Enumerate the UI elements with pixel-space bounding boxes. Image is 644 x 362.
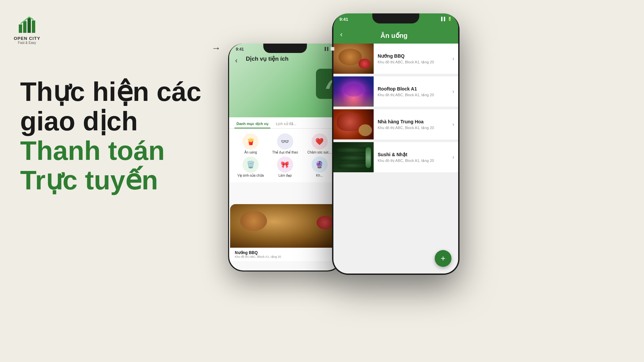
service-item-food[interactable]: 🍟 Ăn uống (234, 133, 267, 155)
item-name-chinese: Nhà hàng Trung Hoa (378, 119, 448, 124)
svg-rect-2 (28, 18, 31, 33)
phone-front-time: 9:41 (339, 17, 348, 22)
phone-back-food-card: Nướng BBQ Khu đô thị ABC, Block A1, tầng… (230, 204, 340, 269)
service-icon-sport: 👓 (277, 133, 293, 149)
service-label-other: Kh... (316, 174, 323, 177)
phone-back-screen: 9:41 ▌▌ ⬜ ‹ Dịch vụ tiện ích Danh mục dị… (229, 44, 341, 270)
item-info-bbq: Nướng BBQ Khu đô thị ABC, Block A1, tầng… (374, 50, 452, 68)
phone-back-food-info: Nướng BBQ Khu đô thị ABC, Block A1, tầng… (230, 248, 340, 261)
phone-front-title: Ăn uống (346, 32, 451, 40)
svg-rect-0 (19, 24, 22, 33)
list-item-sushi[interactable]: Sushi & Nhật Khu đô thị ABC, Block A1, t… (333, 142, 458, 172)
logo-subtitle: Fast & Easy (18, 41, 36, 45)
service-icon-food: 🍟 (243, 133, 259, 149)
phone-front-screen: ‹ Ăn uống Nướng BBQ Khu đô thị ABC, Bloc… (333, 13, 458, 274)
phone-back-time: 9:41 (236, 47, 244, 52)
hero-text: Thực hiện các giao dịch Thanh toán Trực … (20, 77, 228, 195)
list-item-bbq[interactable]: Nướng BBQ Khu đô thị ABC, Block A1, tầng… (333, 44, 458, 74)
item-name-sushi: Sushi & Nhật (378, 152, 448, 157)
item-name-bbq: Nướng BBQ (378, 53, 448, 59)
chevron-icon-sushi: › (452, 154, 458, 160)
svg-marker-4 (20, 16, 34, 24)
item-info-sushi: Sushi & Nhật Khu đô thị ABC, Block A1, t… (374, 148, 452, 166)
phone-front-status-icons: ▌▌ 🔋 (441, 17, 452, 22)
service-icon-clean: 🗑️ (243, 157, 259, 173)
item-address-rooftop: Khu đô thị ABC, Block A1, tầng 20 (378, 93, 448, 97)
phone-back-back-btn[interactable]: ‹ (235, 56, 237, 65)
service-label-sport: Thể dục-thể thao (272, 150, 298, 155)
phone-back-food-img (230, 204, 340, 248)
list-item-rooftop[interactable]: Rooftop Block A1 Khu đô thị ABC, Block A… (333, 76, 458, 107)
phone-back-tabs: Danh mục dịch vụ Lịch sử đặ... (229, 117, 341, 129)
service-icon-other: 🔮 (312, 157, 328, 173)
logo-icon (17, 14, 37, 35)
service-label-health: Chăm sóc sức... (308, 150, 332, 155)
service-item-other[interactable]: 🔮 Kh... (303, 157, 336, 178)
service-label-food: Ăn uống (244, 150, 257, 154)
arrow-icon: → (211, 43, 220, 54)
phone-back-tab-active[interactable]: Danh mục dịch vụ (234, 120, 270, 128)
phone-back-status-icons: ▌▌ ⬜ (325, 47, 334, 52)
phone-back-food-address: Khu đô thị ABC, Block A1, tầng 20 (235, 255, 335, 258)
phone-front-statusbar: 9:41 ▌▌ 🔋 (339, 17, 452, 22)
service-item-clean[interactable]: 🗑️ Vệ sinh-sửa chữa (234, 157, 267, 178)
item-info-rooftop: Rooftop Block A1 Khu đô thị ABC, Block A… (374, 83, 452, 101)
hero-line4: Trực tuyến (20, 166, 228, 195)
service-label-clean: Vệ sinh-sửa chữa (237, 174, 264, 178)
phone-front-list: Nướng BBQ Khu đô thị ABC, Block A1, tầng… (333, 44, 458, 274)
item-img-sushi (333, 142, 374, 172)
item-img-bbq (333, 44, 374, 74)
hero-line3: Thanh toán (20, 136, 228, 166)
service-icon-beauty: 🎀 (277, 157, 293, 173)
chevron-icon-bbq: › (452, 56, 458, 62)
logo: OPEN CITY Fast & Easy (14, 14, 40, 45)
logo-title: OPEN CITY (14, 36, 40, 41)
hero-line2: giao dịch (20, 107, 228, 136)
phone-back-screen-title: Dịch vụ tiện ích (246, 55, 288, 62)
chevron-icon-chinese: › (452, 121, 458, 127)
service-label-beauty: Làm đẹp (278, 174, 291, 177)
service-item-sport[interactable]: 👓 Thể dục-thể thao (269, 133, 302, 155)
phone-back: 9:41 ▌▌ ⬜ ‹ Dịch vụ tiện ích Danh mục dị… (228, 44, 342, 272)
phone-back-tab-inactive[interactable]: Lịch sử đặ... (274, 120, 299, 128)
item-address-bbq: Khu đô thị ABC, Block A1, tầng 20 (378, 60, 448, 64)
item-img-chinese (333, 109, 374, 139)
phone-back-top-area: ‹ Dịch vụ tiện ích (229, 44, 341, 117)
svg-rect-1 (23, 21, 26, 33)
service-item-beauty[interactable]: 🎀 Làm đẹp (269, 157, 302, 178)
phone-front-back-btn[interactable]: ‹ (340, 30, 342, 40)
service-icon-health: ❤️ (312, 133, 328, 149)
chevron-icon-rooftop: › (452, 88, 458, 95)
service-item-health[interactable]: ❤️ Chăm sóc sức... (303, 133, 336, 155)
item-info-chinese: Nhà hàng Trung Hoa Khu đô thị ABC, Block… (374, 116, 452, 133)
phone-back-food-name: Nướng BBQ (235, 250, 335, 255)
phone-back-services: 🍟 Ăn uống 👓 Thể dục-thể thao ❤️ Chăm sóc… (229, 129, 341, 182)
item-address-chinese: Khu đô thị ABC, Block A1, tầng 20 (378, 126, 448, 130)
list-item-chinese[interactable]: Nhà hàng Trung Hoa Khu đô thị ABC, Block… (333, 109, 458, 139)
phone-front: 9:41 ▌▌ 🔋 ‹ Ăn uống Nướng BBQ Khu đô thị… (332, 13, 460, 275)
phone-back-notch (263, 44, 307, 53)
fab-button[interactable]: + (435, 250, 451, 267)
svg-rect-3 (32, 20, 35, 33)
hero-line1: Thực hiện các (20, 77, 228, 107)
item-name-rooftop: Rooftop Block A1 (378, 86, 448, 92)
item-address-sushi: Khu đô thị ABC, Block A1, tầng 20 (378, 159, 448, 163)
item-img-rooftop (333, 76, 374, 107)
